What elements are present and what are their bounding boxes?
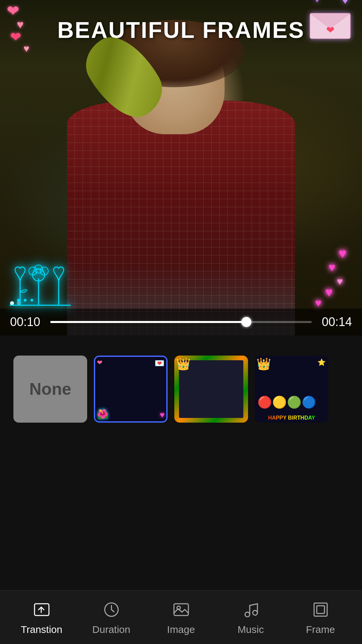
progress-area[interactable]: 00:10 00:14 [0,309,362,335]
frame-icon [310,600,330,620]
bottom-panel: None 🌺 ♥ 💌 ❤ 👑 👑 [0,335,362,644]
nav-duration[interactable]: Duration [84,600,138,635]
svg-text:♥: ♥ [337,276,343,287]
preview-title: BEAUTIFUL FRAMES [57,17,305,43]
duration-icon [101,600,121,620]
svg-point-11 [17,299,20,302]
svg-rect-30 [317,606,324,613]
svg-point-12 [24,299,26,302]
nav-music-label: Music [238,624,264,635]
transition-icon [32,600,52,620]
image-icon [171,600,191,620]
progress-fill [50,321,246,323]
nav-transition-label: Transtion [21,624,62,635]
nav-image[interactable]: Image [154,600,208,635]
nav-music[interactable]: Music [224,600,278,635]
pink-hearts-sticker-bottom-right: ♥ ♥ ♥ ♥ ♥ [312,245,355,316]
frame-none-label: None [29,379,71,399]
nav-frame[interactable]: Frame [294,600,347,635]
nav-duration-label: Duration [92,624,130,635]
nav-transition[interactable]: Transtion [15,600,68,635]
frame-none[interactable]: None [13,356,87,423]
nav-image-label: Image [167,624,195,635]
frames-strip: None 🌺 ♥ 💌 ❤ 👑 👑 [0,335,362,436]
svg-line-28 [250,604,257,605]
time-start: 00:10 [10,315,44,329]
frame-1[interactable]: 🌺 ♥ 💌 ❤ [94,356,168,423]
svg-text:❤: ❤ [326,24,335,36]
svg-text:♥: ♥ [315,297,321,309]
svg-point-25 [253,610,257,615]
frame-3-crown: 👑 [256,357,271,371]
hearts-sticker-top-left: ❤ ♥ ❤ ♥ [7,3,29,54]
svg-text:♥: ♥ [339,246,347,261]
music-icon [241,600,261,620]
dress-pattern [67,101,295,335]
time-end: 00:14 [318,315,352,329]
envelope-sticker-top-right: ♥ ♥ ♥ ❤ [308,7,352,40]
frame-2[interactable]: 👑 [174,356,248,423]
bottom-nav: Transtion Duration Image [0,590,362,644]
svg-text:♥: ♥ [325,285,333,299]
frame-2-crown: 👑 [176,357,191,371]
frame-3[interactable]: 👑 ⭐ 🔴🟡🟢🔵 HAPPY BIRTHDAY [255,356,328,423]
svg-rect-22 [174,604,188,615]
neon-flowers-sticker [7,235,74,309]
preview-area: BEAUTIFUL FRAMES ❤ ♥ ❤ ♥ ♥ ♥ ♥ ❤ [0,0,362,335]
nav-frame-label: Frame [306,624,335,635]
svg-rect-29 [314,603,327,616]
progress-bar[interactable] [50,321,312,323]
svg-point-13 [31,299,33,302]
svg-point-24 [245,612,250,617]
svg-text:♥: ♥ [328,261,336,274]
progress-thumb[interactable] [241,317,251,327]
